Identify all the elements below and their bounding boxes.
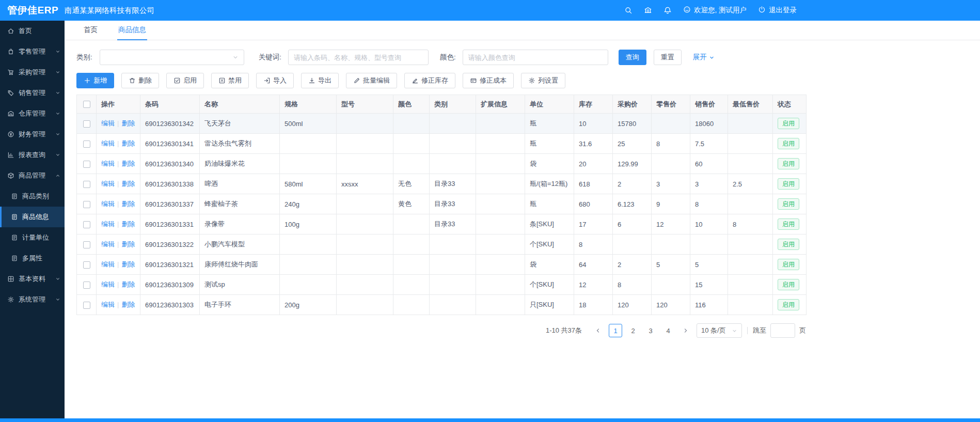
row-checkbox[interactable] xyxy=(83,282,90,289)
edit-link[interactable]: 编辑 xyxy=(101,160,115,167)
row-checkbox[interactable] xyxy=(83,140,90,148)
row-checkbox[interactable] xyxy=(83,201,90,208)
column-settings-button[interactable]: 列设置 xyxy=(521,73,565,88)
color-input[interactable] xyxy=(463,50,608,65)
jump-page-input[interactable] xyxy=(770,323,795,338)
page-button-4[interactable]: 4 xyxy=(661,324,675,337)
delete-link[interactable]: 删除 xyxy=(121,139,135,147)
sidebar-item-basic-data[interactable]: 基本资料 xyxy=(0,269,65,289)
disable-button[interactable]: 禁用 xyxy=(211,73,249,88)
export-button[interactable]: 导出 xyxy=(301,73,339,88)
cell-stock: 12 xyxy=(574,275,613,295)
page-button-3[interactable]: 3 xyxy=(644,324,657,337)
edit-link[interactable]: 编辑 xyxy=(101,220,115,228)
cell-ext xyxy=(476,235,525,255)
delete-link[interactable]: 删除 xyxy=(121,200,135,208)
sidebar-item-retail[interactable]: 零售管理 xyxy=(0,41,65,62)
cell-purchase_price: 25 xyxy=(613,134,652,154)
sidebar-item-purchase[interactable]: 采购管理 xyxy=(0,62,65,83)
next-page-button[interactable] xyxy=(679,324,692,337)
enable-button[interactable]: 启用 xyxy=(166,73,204,88)
row-checkbox[interactable] xyxy=(83,120,90,128)
link-separator: | xyxy=(117,200,119,208)
doc-icon xyxy=(11,213,18,221)
search-icon[interactable] xyxy=(624,6,633,14)
batch-edit-button[interactable]: 批量编辑 xyxy=(346,73,397,88)
fix-stock-button[interactable]: 修正库存 xyxy=(404,73,455,88)
delete-link[interactable]: 删除 xyxy=(121,180,135,187)
cell-sale_price: 10 xyxy=(690,214,728,235)
row-checkbox[interactable] xyxy=(83,221,90,228)
cell-name: 雷达杀虫气雾剂 xyxy=(200,134,280,154)
edit-link[interactable]: 编辑 xyxy=(101,119,115,127)
delete-link[interactable]: 删除 xyxy=(121,301,135,308)
sidebar-item-system[interactable]: 系统管理 xyxy=(0,289,65,310)
logout-button[interactable]: 退出登录 xyxy=(758,6,797,15)
edit-link[interactable]: 编辑 xyxy=(101,240,115,248)
trash-icon xyxy=(129,77,136,84)
jump-suffix: 页 xyxy=(799,326,806,335)
prev-page-button[interactable] xyxy=(591,324,605,337)
row-checkbox[interactable] xyxy=(83,161,90,168)
actions-cell: 编辑|删除 xyxy=(97,134,140,154)
cell-category: 目录33 xyxy=(430,174,476,194)
edit-link[interactable]: 编辑 xyxy=(101,260,115,268)
delete-link[interactable]: 删除 xyxy=(121,260,135,268)
edit-link[interactable]: 编辑 xyxy=(101,200,115,208)
tab-goods-info[interactable]: 商品信息 xyxy=(117,21,147,40)
search-button[interactable]: 查询 xyxy=(619,50,646,65)
delete-link[interactable]: 删除 xyxy=(121,280,135,288)
sidebar-item-sales[interactable]: 销售管理 xyxy=(0,83,65,103)
content-area: 类别: 关键词: 颜色: 查询 重置 展开 xyxy=(65,50,806,350)
edit-link[interactable]: 编辑 xyxy=(101,301,115,308)
row-checkbox[interactable] xyxy=(83,261,90,269)
sidebar-item-goods-category[interactable]: 商品类别 xyxy=(0,186,65,207)
cell-model xyxy=(337,114,393,134)
status-cell: 启用 xyxy=(773,235,807,255)
tab-home[interactable]: 首页 xyxy=(83,21,99,40)
add-button[interactable]: 新增 xyxy=(76,73,114,88)
sidebar-item-home[interactable]: 首页 xyxy=(0,21,65,41)
sidebar-item-measure-unit[interactable]: 计量单位 xyxy=(0,227,65,248)
main-area: 首页商品信息 类别: 关键词: 颜色: 查询 重置 展开 xyxy=(65,21,980,418)
delete-button[interactable]: 删除 xyxy=(121,73,159,88)
status-cell: 启用 xyxy=(773,275,807,295)
cell-ext xyxy=(476,214,525,235)
select-all-checkbox[interactable] xyxy=(83,101,90,108)
edit-link[interactable]: 编辑 xyxy=(101,280,115,288)
category-select[interactable] xyxy=(100,50,244,65)
page-button-2[interactable]: 2 xyxy=(626,324,640,337)
fix-cost-button[interactable]: 修正成本 xyxy=(463,73,514,88)
delete-link[interactable]: 删除 xyxy=(121,240,135,248)
keyword-input[interactable] xyxy=(288,50,429,65)
expand-link[interactable]: 展开 xyxy=(693,53,715,62)
row-checkbox[interactable] xyxy=(83,241,90,248)
sidebar-item-report[interactable]: 报表查询 xyxy=(0,145,65,165)
edit-link[interactable]: 编辑 xyxy=(101,180,115,187)
welcome-text: 欢迎您, 测试用户 xyxy=(694,6,747,15)
cell-unit: 瓶 xyxy=(525,134,574,154)
row-checkbox[interactable] xyxy=(83,302,90,309)
page-button-1[interactable]: 1 xyxy=(609,324,622,337)
edit-link[interactable]: 编辑 xyxy=(101,139,115,147)
row-checkbox[interactable] xyxy=(83,181,90,188)
header-actions: 欢迎您, 测试用户 退出登录 xyxy=(624,6,797,15)
import-button[interactable]: 导入 xyxy=(256,73,294,88)
delete-link[interactable]: 删除 xyxy=(121,160,135,167)
keyword-label: 关键词: xyxy=(259,53,281,62)
user-welcome[interactable]: 欢迎您, 测试用户 xyxy=(683,6,747,15)
reset-button[interactable]: 重置 xyxy=(654,50,682,65)
cell-stock: 618 xyxy=(574,174,613,194)
sidebar-item-goods-info[interactable]: 商品信息 xyxy=(0,207,65,227)
page-size-select[interactable]: 10 条/页 xyxy=(697,323,742,338)
delete-link[interactable]: 删除 xyxy=(121,220,135,228)
sidebar-item-warehouse[interactable]: 仓库管理 xyxy=(0,103,65,124)
cell-min_price xyxy=(728,255,773,275)
chevron-down-icon xyxy=(55,297,60,302)
bell-icon[interactable] xyxy=(663,6,672,14)
sidebar-item-finance[interactable]: 财务管理 xyxy=(0,124,65,145)
store-icon[interactable] xyxy=(644,6,652,14)
delete-link[interactable]: 删除 xyxy=(121,119,135,127)
sidebar-item-goods[interactable]: 商品管理 xyxy=(0,165,65,186)
sidebar-item-multi-attribute[interactable]: 多属性 xyxy=(0,248,65,269)
